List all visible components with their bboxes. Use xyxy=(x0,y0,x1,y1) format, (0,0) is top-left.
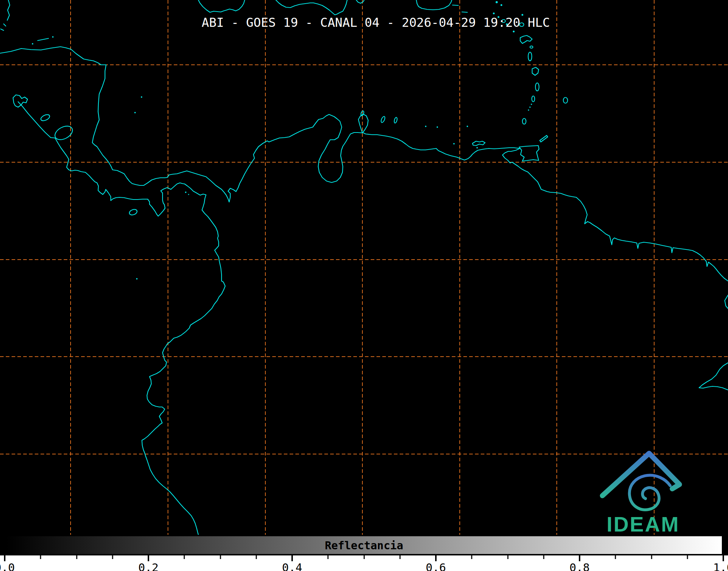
island-malpelo xyxy=(136,278,138,280)
island-grenada xyxy=(522,118,526,124)
colorbar-tick-label: 0.0 xyxy=(0,561,15,571)
island-st-lucia xyxy=(535,83,539,91)
island-providencia xyxy=(141,96,142,98)
coastline-amapa xyxy=(699,363,728,390)
colorbar-tick-mark xyxy=(543,555,544,559)
colorbar-label: Reflectancia xyxy=(6,539,722,552)
coastline-jamaica xyxy=(198,0,245,12)
coastlines xyxy=(0,0,728,535)
island-blanquilla xyxy=(467,126,468,127)
coastline-caribbean-south-america xyxy=(0,47,728,281)
reflectance-colorbar: Reflectancia xyxy=(5,535,723,555)
coastline-belize-fragment xyxy=(7,0,10,20)
colorbar-tick-mark xyxy=(471,555,472,559)
island-guanaja xyxy=(52,36,54,38)
coastline-pacific xyxy=(18,102,225,535)
island-tobago xyxy=(540,135,548,142)
coastline-hispaniola xyxy=(276,0,347,15)
coastline-belize-fragment-3 xyxy=(1,29,4,30)
graticule-grid xyxy=(0,0,728,535)
island-trinidad xyxy=(519,146,539,161)
satellite-image-viewer: ABI - GOES 19 - CANAL 04 - 2026-04-29 19… xyxy=(0,0,728,571)
island-saba xyxy=(493,13,495,14)
colorbar-tick-mark xyxy=(615,555,616,559)
ideam-roof-icon xyxy=(602,453,679,496)
island-bonaire xyxy=(394,117,398,123)
ideam-swirl-icon xyxy=(630,475,670,510)
island-coche xyxy=(476,147,478,148)
colorbar-tick-mark xyxy=(507,555,508,559)
island-pearl-1 xyxy=(185,192,186,193)
island-marie-galante xyxy=(530,46,533,48)
colorbar-tick-mark xyxy=(148,555,149,561)
coastline-right-edge-fragment xyxy=(725,295,728,308)
colorbar-tick-mark xyxy=(328,555,329,559)
coastline-puerto-rico xyxy=(416,0,452,10)
island-st-barth xyxy=(501,4,502,6)
colorbar-tick-mark xyxy=(651,555,652,559)
island-montserrat xyxy=(513,31,515,33)
island-los-roques xyxy=(425,126,426,127)
colorbar-tick-mark xyxy=(184,555,185,559)
satellite-map xyxy=(0,0,728,535)
colorbar-tick-mark xyxy=(76,555,77,559)
island-martinique xyxy=(532,67,539,75)
island-barbados xyxy=(563,97,568,103)
island-orchila xyxy=(437,126,438,128)
island-grenadines-2 xyxy=(529,106,531,108)
colorbar-tick-label: 0.2 xyxy=(138,561,159,571)
ideam-logo-text: IDEAM xyxy=(602,512,684,536)
colorbar-tick-label: 1.0 xyxy=(713,561,728,571)
colorbar-tick-mark xyxy=(363,555,365,559)
colorbar-tick-label: 0.4 xyxy=(282,561,302,571)
gulf-of-fonseca xyxy=(13,95,28,107)
island-grenadines-3 xyxy=(528,109,529,111)
colorbar-tick-label: 0.6 xyxy=(426,561,446,571)
island-curacao xyxy=(380,116,386,123)
colorbar-tick-mark xyxy=(723,555,724,561)
ideam-logo-mark xyxy=(602,453,679,510)
colorbar-tick-mark xyxy=(399,555,400,559)
colorbar-tick-mark xyxy=(40,555,41,559)
island-st-martin xyxy=(496,1,498,3)
colorbar-tick-mark xyxy=(291,555,293,561)
colorbar-tick-mark xyxy=(112,555,113,559)
colorbar-tick-mark xyxy=(256,555,257,559)
colorbar-tick-mark xyxy=(220,555,221,559)
colorbar-tick-mark xyxy=(435,555,437,561)
island-dominica xyxy=(528,52,532,61)
island-roatan xyxy=(38,38,49,41)
island-guadeloupe xyxy=(520,35,532,43)
island-san-andres xyxy=(134,112,136,113)
lake-managua xyxy=(40,113,50,122)
colorbar-tick-mark xyxy=(4,555,5,561)
coastline-hispaniola-east xyxy=(356,0,364,3)
image-title: ABI - GOES 19 - CANAL 04 - 2026-04-29 19… xyxy=(202,15,550,30)
colorbar-tick-row: 0.0 0.2 0.4 0.6 0.8 1.0 xyxy=(0,555,728,571)
island-st-vincent xyxy=(532,96,535,102)
colorbar-tick-mark xyxy=(579,555,580,561)
island-coiba xyxy=(129,209,138,216)
coastline-belize-fragment-2 xyxy=(4,24,6,26)
colorbar-tick-label: 0.8 xyxy=(569,561,590,571)
island-grenadines-1 xyxy=(531,104,532,105)
island-st-croix xyxy=(462,12,467,12)
island-pearl-2 xyxy=(188,194,189,195)
island-tortuga xyxy=(453,143,455,144)
island-margarita xyxy=(472,141,485,146)
island-vieques xyxy=(453,5,458,5)
island-utila xyxy=(32,43,33,45)
colorbar-tick-mark xyxy=(687,555,688,559)
